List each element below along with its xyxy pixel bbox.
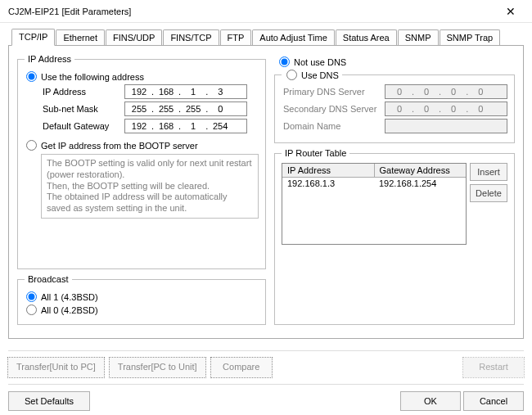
router-header-gateway[interactable]: Gateway Address <box>375 164 467 178</box>
ip-octet[interactable]: 0 <box>208 104 232 114</box>
label-secondary-dns: Secondary DNS Server <box>283 104 385 114</box>
radio-use-following-label: Use the following address <box>41 72 144 82</box>
router-cell-gateway: 192.168.1.254 <box>374 178 466 189</box>
radio-use-following[interactable] <box>26 71 37 82</box>
label-ip-address: IP Address <box>43 87 124 97</box>
tab-tcpip[interactable]: TCP/IP <box>11 29 55 46</box>
titlebar: CJ2M-EIP21 [Edit Parameters] ✕ <box>0 0 532 23</box>
window-title: CJ2M-EIP21 [Edit Parameters] <box>8 7 131 16</box>
input-primary-dns: 0. 0. 0. 0 <box>385 84 507 99</box>
cancel-button[interactable]: Cancel <box>463 391 524 411</box>
ip-octet: 0 <box>414 87 439 97</box>
table-row[interactable]: 192.168.1.3 192.168.1.254 <box>282 178 466 189</box>
tabstrip: TCP/IP Ethernet FINS/UDP FINS/TCP FTP Au… <box>8 26 524 46</box>
group-broadcast-legend: Broadcast <box>25 274 72 284</box>
close-button[interactable]: ✕ <box>494 1 527 22</box>
radio-broadcast-all1-label: All 1 (4.3BSD) <box>41 292 98 302</box>
radio-not-use-dns[interactable] <box>279 56 290 67</box>
tab-snmptrap[interactable]: SNMP Trap <box>440 29 501 45</box>
tab-ethernet[interactable]: Ethernet <box>56 29 105 45</box>
tab-autoadjust[interactable]: Auto Adjust Time <box>252 29 335 45</box>
radio-broadcast-all0-label: All 0 (4.2BSD) <box>41 305 98 315</box>
ip-octet[interactable]: 1 <box>181 87 205 97</box>
label-domain-name: Domain Name <box>283 121 385 131</box>
restart-button[interactable]: Restart <box>463 358 524 377</box>
input-ip-address[interactable]: 192. 168. 1. 3 <box>124 84 247 99</box>
group-ip-address: IP Address Use the following address IP … <box>17 54 266 269</box>
ip-octet: 0 <box>468 104 493 114</box>
label-default-gateway: Default Gateway <box>43 121 124 131</box>
delete-button[interactable]: Delete <box>470 184 507 202</box>
ip-octet[interactable]: 3 <box>208 87 232 97</box>
set-defaults-button[interactable]: Set Defaults <box>8 391 90 411</box>
radio-bootp-label: Get IP address from the BOOTP server <box>41 141 198 151</box>
label-subnet-mask: Sub-net Mask <box>43 104 124 114</box>
radio-broadcast-all1[interactable] <box>26 291 37 302</box>
compare-button[interactable]: Compare <box>211 358 272 377</box>
group-router-table: IP Router Table IP Address Gateway Addre… <box>274 148 515 325</box>
tab-snmp[interactable]: SNMP <box>398 29 439 45</box>
ip-octet[interactable]: 168 <box>154 121 178 131</box>
router-cell-ip: 192.168.1.3 <box>282 178 374 189</box>
input-default-gateway[interactable]: 192. 168. 1. 254 <box>124 119 247 133</box>
ip-octet[interactable]: 255 <box>154 104 178 114</box>
ip-octet[interactable]: 168 <box>154 87 178 97</box>
ip-octet: 0 <box>387 87 412 97</box>
group-dns: Use DNS Primary DNS Server 0. 0. 0. 0 <box>274 70 515 143</box>
ok-button[interactable]: OK <box>400 391 461 411</box>
ip-octet: 0 <box>387 104 412 114</box>
ip-octet[interactable]: 192 <box>127 121 151 131</box>
input-subnet-mask[interactable]: 255. 255. 255. 0 <box>124 101 247 116</box>
radio-broadcast-all0[interactable] <box>26 304 37 315</box>
group-ip-address-legend: IP Address <box>25 54 74 64</box>
insert-button[interactable]: Insert <box>470 163 507 181</box>
label-primary-dns: Primary DNS Server <box>283 87 385 97</box>
radio-use-dns[interactable] <box>286 70 297 80</box>
ip-octet: 0 <box>414 104 439 114</box>
bootp-note: The BOOTP setting is valid only for next… <box>41 154 259 219</box>
tab-ftp[interactable]: FTP <box>220 29 252 45</box>
ip-octet[interactable]: 254 <box>208 121 232 131</box>
tab-statusarea[interactable]: Status Area <box>336 29 397 45</box>
ip-octet[interactable]: 255 <box>181 104 205 114</box>
input-secondary-dns: 0. 0. 0. 0 <box>385 101 507 116</box>
tab-finsudp[interactable]: FINS/UDP <box>106 29 162 45</box>
ip-octet: 0 <box>441 87 466 97</box>
group-router-table-legend: IP Router Table <box>282 148 349 158</box>
ip-octet: 0 <box>468 87 493 97</box>
close-icon: ✕ <box>506 5 516 18</box>
tab-finstcp[interactable]: FINS/TCP <box>163 29 219 45</box>
ip-octet[interactable]: 1 <box>181 121 205 131</box>
router-header-ip[interactable]: IP Address <box>282 164 375 178</box>
radio-not-use-dns-label: Not use DNS <box>294 57 346 67</box>
tab-panel-tcpip: IP Address Use the following address IP … <box>8 46 524 339</box>
transfer-pc-to-unit-button[interactable]: Transfer[PC to Unit] <box>110 358 205 377</box>
input-domain-name <box>385 119 507 133</box>
group-broadcast: Broadcast All 1 (4.3BSD) All 0 (4.2BSD) <box>17 274 266 325</box>
transfer-unit-to-pc-button[interactable]: Transfer[Unit to PC] <box>8 358 104 377</box>
radio-use-dns-label: Use DNS <box>301 70 339 80</box>
router-table[interactable]: IP Address Gateway Address 192.168.1.3 1… <box>282 163 467 245</box>
ip-octet[interactable]: 255 <box>127 104 151 114</box>
ip-octet: 0 <box>441 104 466 114</box>
ip-octet[interactable]: 192 <box>127 87 151 97</box>
radio-bootp[interactable] <box>26 140 37 151</box>
